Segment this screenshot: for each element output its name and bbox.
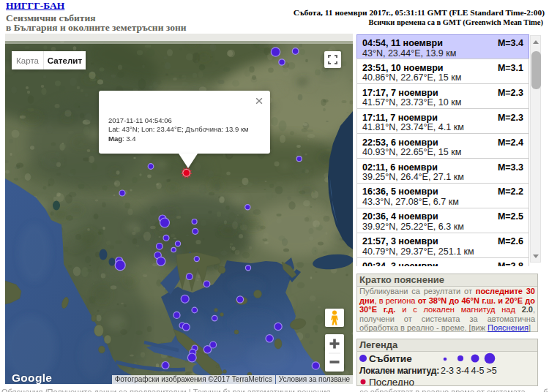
svg-text:3-4: 3-4: [456, 366, 469, 376]
svg-text:>5: >5: [487, 366, 497, 376]
svg-text:Последно: Последно: [369, 377, 414, 385]
svg-text:Локален магнитуд:: Локален магнитуд:: [359, 366, 439, 376]
svg-text:Събитие: Събитие: [369, 353, 412, 364]
svg-text:2-3: 2-3: [441, 366, 454, 376]
svg-text:4-5: 4-5: [471, 366, 485, 376]
